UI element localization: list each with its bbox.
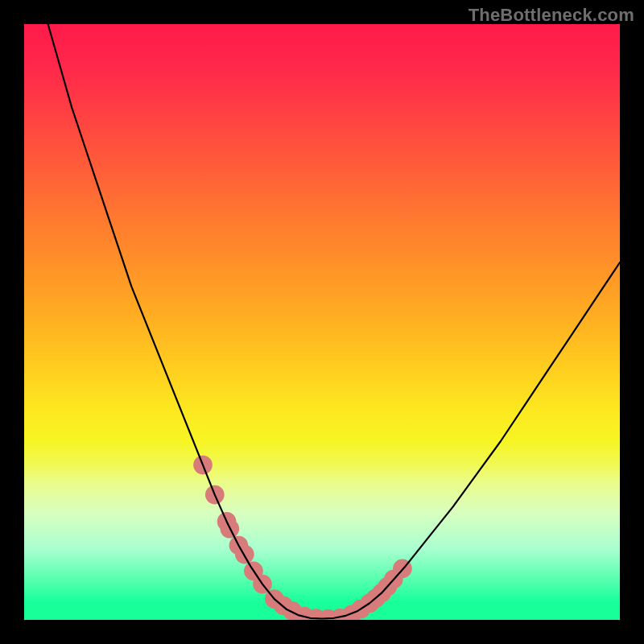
chart-svg	[24, 24, 620, 620]
marker-dot	[366, 589, 386, 609]
marker-dot	[393, 559, 412, 579]
marker-dot	[384, 570, 403, 589]
plot-area	[24, 24, 620, 620]
bottleneck-curve	[48, 24, 620, 619]
marker-dot	[378, 577, 398, 597]
marker-dot	[235, 545, 254, 564]
marker-dot	[330, 609, 349, 620]
marker-dot	[220, 519, 239, 539]
marker-dot	[319, 609, 338, 620]
marker-dot	[351, 600, 370, 619]
marker-dot	[244, 561, 263, 580]
marker-dot	[372, 584, 391, 603]
marker-dot	[205, 485, 225, 505]
marker-dots-group	[193, 456, 412, 620]
marker-dot	[253, 575, 272, 594]
marker-dot	[217, 512, 237, 531]
chart-root: TheBottleneck.com	[0, 0, 644, 644]
marker-dot	[283, 601, 302, 620]
marker-dot	[342, 605, 361, 621]
marker-dot	[193, 456, 213, 475]
marker-dot	[229, 536, 249, 555]
marker-dot	[307, 609, 326, 620]
marker-dot	[360, 593, 379, 613]
marker-dot	[274, 596, 293, 615]
marker-dot	[295, 607, 314, 620]
watermark-text: TheBottleneck.com	[469, 5, 634, 26]
marker-dot	[265, 589, 284, 609]
